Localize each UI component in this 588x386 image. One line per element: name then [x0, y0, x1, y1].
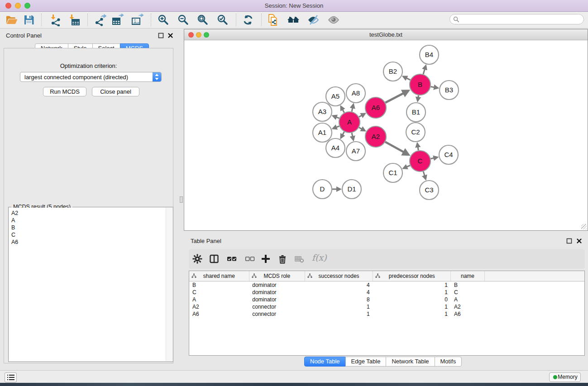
search-input[interactable] [462, 15, 582, 24]
graph-node-A6[interactable]: A6 [365, 97, 386, 118]
table-cell[interactable]: dominator [249, 296, 305, 303]
add-column-plus-icon[interactable] [261, 254, 271, 264]
export-table-button[interactable] [111, 14, 124, 26]
graph-node-C[interactable]: C [410, 151, 430, 172]
save-session-button[interactable] [23, 14, 35, 26]
table-cell[interactable]: 1 [373, 303, 451, 310]
graph-node-B[interactable]: B [410, 74, 430, 95]
graph-node-A1[interactable]: A1 [313, 123, 332, 142]
tab-network-table[interactable]: Network Table [386, 357, 435, 367]
edge-C-C1[interactable] [403, 166, 410, 169]
column-header-filler[interactable] [484, 271, 585, 281]
clone-network-view-button[interactable] [267, 14, 279, 26]
select-all-checkboxes-icon[interactable] [227, 254, 237, 264]
close-window-button[interactable] [5, 3, 11, 9]
edge-A-A3[interactable] [333, 116, 339, 119]
graph-node-B3[interactable]: B3 [440, 81, 459, 100]
refresh-layout-button[interactable] [242, 14, 254, 26]
graph-node-C2[interactable]: C2 [406, 123, 425, 142]
table-row[interactable]: Cdominator41C [189, 289, 585, 296]
table-cell[interactable]: 8 [305, 296, 373, 303]
edge-C-C4[interactable] [430, 157, 437, 158]
delete-columns-trash-icon[interactable] [277, 254, 287, 264]
table-cell[interactable]: 1 [305, 303, 373, 310]
mcds-result-item[interactable]: C [9, 231, 166, 238]
import-network-button[interactable] [49, 14, 62, 26]
table-row[interactable]: Adominator80A [189, 296, 585, 303]
graphics-details-eye-icon[interactable] [327, 14, 340, 26]
minimize-window-button[interactable] [15, 3, 21, 9]
graph-node-B4[interactable]: B4 [420, 45, 439, 64]
network-canvas[interactable]: B4B2BB3A8A5A6A3B1AA1C2A2A4A7C4CC1C3DD1 [184, 40, 588, 231]
edge-A-A5[interactable] [341, 106, 344, 113]
edge-A-A6[interactable] [359, 114, 365, 117]
tab-edge-table[interactable]: Edge Table [345, 357, 387, 367]
table-cell[interactable]: 0 [373, 296, 451, 303]
table-row[interactable]: A2connector11A2 [189, 303, 585, 310]
table-cell[interactable]: C [189, 289, 249, 296]
node-table[interactable]: shared nameMCDS rolesuccessor nodesprede… [189, 271, 585, 318]
edge-A-A4[interactable] [341, 132, 344, 138]
graph-node-D[interactable]: D [313, 180, 332, 199]
table-cell[interactable]: B [189, 281, 249, 289]
edge-C-C3[interactable] [423, 172, 425, 179]
graph-node-A2[interactable]: A2 [365, 126, 386, 147]
table-row[interactable]: A6connector11A6 [189, 310, 585, 318]
mcds-result-item[interactable]: A6 [9, 238, 166, 246]
column-header-MCDS-role[interactable]: MCDS role [249, 271, 305, 281]
open-file-button[interactable] [5, 14, 18, 26]
table-cell[interactable]: B [451, 281, 484, 289]
scrollbar-track[interactable] [166, 208, 172, 361]
float-panel-icon[interactable] [158, 33, 164, 38]
graph-node-A3[interactable]: A3 [313, 102, 332, 121]
deselect-all-checkboxes-icon[interactable] [245, 254, 255, 264]
column-header-predecessor-nodes[interactable]: predecessor nodes [373, 271, 451, 281]
table-cell[interactable]: A6 [189, 310, 249, 318]
table-cell[interactable] [484, 296, 585, 303]
show-column-icon[interactable] [209, 254, 219, 264]
export-image-button[interactable] [131, 14, 143, 26]
mcds-result-item[interactable]: B [9, 224, 166, 231]
column-header-name[interactable]: name [451, 271, 484, 281]
show-all-views-home-button[interactable] [287, 14, 300, 26]
table-row[interactable]: Bdominator41B [189, 281, 585, 289]
edge-A-A2[interactable] [359, 128, 365, 131]
mcds-result-list[interactable]: A2ABCA6 [9, 208, 172, 361]
table-cell[interactable]: 1 [373, 310, 451, 318]
mcds-result-item[interactable]: A2 [9, 210, 166, 217]
table-cell[interactable]: dominator [249, 289, 305, 296]
table-cell[interactable]: dominator [249, 281, 305, 289]
edge-B-B2[interactable] [403, 76, 411, 80]
column-header-successor-nodes[interactable]: successor nodes [305, 271, 373, 281]
table-cell[interactable] [484, 289, 585, 296]
edge-C-C2[interactable] [417, 143, 418, 151]
zoom-view-button[interactable] [204, 32, 209, 38]
hide-panels-eye-slash-icon[interactable] [307, 14, 320, 26]
search-field[interactable] [449, 14, 584, 24]
zoom-selected-button[interactable] [216, 14, 229, 26]
zoom-window-button[interactable] [24, 3, 30, 9]
edge-B-B3[interactable] [431, 86, 438, 88]
edge-A6-B[interactable] [385, 91, 408, 103]
table-cell[interactable]: A6 [451, 310, 484, 318]
table-settings-gear-icon[interactable] [192, 254, 202, 264]
zoom-fit-button[interactable] [196, 14, 209, 26]
window-resize-grip[interactable] [581, 224, 587, 229]
minimize-view-button[interactable] [196, 32, 201, 38]
table-cell[interactable]: 1 [373, 289, 451, 296]
graph-node-A7[interactable]: A7 [346, 142, 365, 161]
table-cell[interactable]: A [189, 296, 249, 303]
task-history-button[interactable] [5, 372, 17, 382]
edge-A-A8[interactable] [352, 104, 354, 111]
memory-button[interactable]: Memory [549, 372, 581, 382]
table-cell[interactable]: 4 [305, 281, 373, 289]
table-cell[interactable] [484, 281, 585, 289]
edge-A-A1[interactable] [333, 126, 339, 129]
table-cell[interactable]: A2 [189, 303, 249, 310]
edge-A2-C[interactable] [385, 142, 409, 155]
tab-node-table[interactable]: Node Table [304, 357, 346, 367]
edge-B-B4[interactable] [423, 66, 426, 74]
network-window-titlebar[interactable]: testGlobe.txt [184, 29, 588, 40]
close-panel-button[interactable]: Close panel [92, 87, 139, 96]
table-cell[interactable]: 1 [373, 281, 451, 289]
